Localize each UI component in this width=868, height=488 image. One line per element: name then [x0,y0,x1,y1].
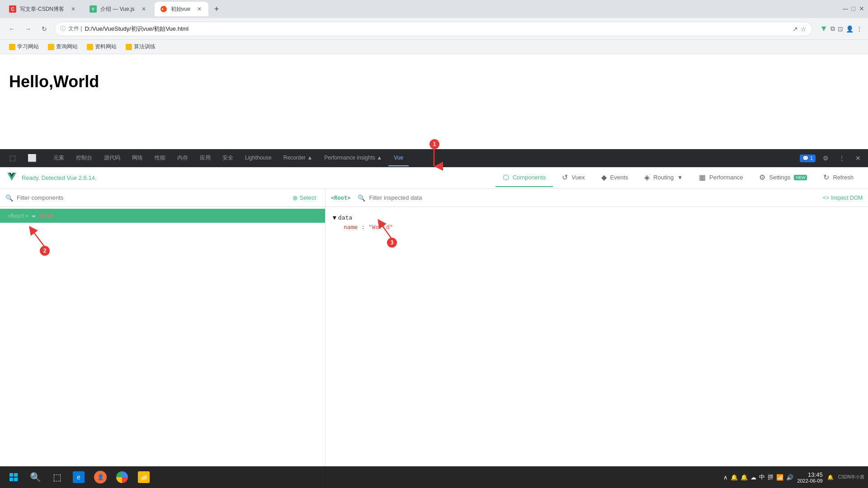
components-icon: ⬡ [503,173,509,182]
forward-button[interactable]: → [22,23,34,35]
profile-icon[interactable]: 👤 [846,25,854,33]
maximize-button[interactable]: □ [852,5,855,13]
address-prefix: 文件 | [68,25,82,33]
data-triangle[interactable]: ▼ [333,214,336,221]
bookmark-resources[interactable]: 资料网站 [83,42,120,52]
tab-favicon-vuejs: V [90,5,97,13]
vue-tab-settings[interactable]: ⚙ Settings NEW [752,169,814,187]
devtools-tab-sources[interactable]: 源代码 [99,150,126,166]
nav-bar-right: ▼ ⧉ ⊡ 👤 ⋮ [820,24,863,33]
filter-components-input[interactable] [17,194,285,201]
new-tab-button[interactable]: + [210,3,223,15]
devtools-tab-perf-insights[interactable]: Performance insights ▲ [319,150,387,166]
bookmark-algorithm[interactable]: 算法训练 [122,42,159,52]
file-explorer-taskbar[interactable]: 📁 [134,467,154,487]
devtools-tab-app[interactable]: 应用 [194,150,216,166]
vue-tab-events[interactable]: ◆ Events [594,169,636,187]
root-component-item[interactable]: <Root> = $vm0 [0,209,325,223]
filter-inspected-input[interactable] [369,194,819,201]
inspected-root-label: <Root> [331,195,350,201]
address-bar[interactable]: ⓘ 文件 | D:/Vue/VueStudy/初识vue/初始Vue.html … [54,22,812,36]
close-button[interactable]: ✕ [859,5,864,13]
bookmark-learning[interactable]: 学习网站 [5,42,42,52]
vue-tab-routing[interactable]: ◈ Routing ▼ [637,169,690,187]
inspect-dom-button[interactable]: <> Inspect DOM [823,195,863,201]
data-section-header: ▼ data [333,214,861,221]
chrome-taskbar[interactable] [112,467,132,487]
devtools-icon-device[interactable]: ⬜ [22,150,42,166]
tab-vue-active[interactable]: ● 初始vue ✕ [155,2,208,16]
devtools-tab-network[interactable]: 网络 [127,150,148,166]
vue-tab-components[interactable]: ⬡ Components [495,169,553,187]
routing-icon: ◈ [644,173,650,182]
devtools-settings-btn[interactable]: ⚙ [819,152,832,164]
vue-tab-performance[interactable]: ▦ Performance [692,169,750,187]
bookmark-icon-resources [87,44,93,50]
taskbar-wifi-icon: 📶 [776,474,783,481]
vue-tab-refresh[interactable]: ↻ Refresh [816,169,861,187]
vue-tab-label-refresh: Refresh [833,174,854,181]
vue-extension-icon[interactable]: ▼ [820,24,828,33]
tab-close-vuejs[interactable]: ✕ [140,5,147,13]
data-field-name: name : "World" [344,224,861,230]
inspect-dom-label: Inspect DOM [831,195,863,201]
bookmark-label-algorithm: 算法训练 [134,43,156,51]
bookmark-label-resources: 资料网站 [95,43,117,51]
vue-tab-label-routing: Routing [653,174,674,181]
taskbar-notification-badge[interactable]: 🔔 [826,474,835,481]
star-icon[interactable]: ☆ [801,25,807,33]
taskbar-lang-pin: 拼 [768,473,774,481]
bookmark-query[interactable]: 查询网站 [44,42,81,52]
devtools-tab-lighthouse[interactable]: Lighthouse [240,150,277,166]
bookmark-label-learning: 学习网站 [17,43,39,51]
devtools-tab-elements[interactable]: 元素 [48,150,70,166]
vuex-icon: ↺ [562,173,568,182]
nav-bar: ← → ↻ ⓘ 文件 | D:/Vue/VueStudy/初识vue/初始Vue… [0,18,868,40]
refresh-icon: ↻ [823,173,829,182]
share-icon[interactable]: ↗ [793,25,798,33]
taskbar-time[interactable]: 13:45 2022-06-09 [797,471,822,483]
title-bar: C 写文章-CSDN博客 ✕ V 介绍 — Vue.js ✕ ● 初始vue ✕… [0,0,868,18]
search-button[interactable]: 🔍 [25,467,45,487]
devtools-tab-console[interactable]: 控制台 [71,150,98,166]
edge-browser-taskbar[interactable]: e [69,467,89,487]
vue-tab-label-settings: Settings [769,174,790,181]
minimize-button[interactable]: ─ [843,5,848,13]
up-arrow-icon[interactable]: ∧ [723,474,728,481]
field-name: name [344,224,358,230]
extensions-icon[interactable]: ⧉ [830,25,835,33]
devtools-tab-memory[interactable]: 内存 [172,150,193,166]
svg-text:●: ● [161,7,163,10]
svg-rect-8 [14,478,18,481]
devtools-close-btn[interactable]: ✕ [852,152,864,164]
taskview-button[interactable]: ⬚ [47,467,67,487]
vue-toolbar: Ready. Detected Vue 2.6.14. ⬡ Components… [0,167,868,189]
address-icons: ↗ ☆ [793,25,807,33]
tab-csdn[interactable]: C 写文章-CSDN博客 ✕ [4,2,82,16]
tab-label-vuejs: 介绍 — Vue.js [100,5,135,13]
start-button[interactable] [4,467,24,487]
sidebar-toggle[interactable]: ⊡ [838,25,843,33]
select-button[interactable]: ⊕ Select [289,192,320,203]
tab-close-csdn[interactable]: ✕ [70,5,77,13]
svg-line-2 [32,230,45,248]
user-taskbar[interactable]: 👤 [90,467,110,487]
lock-icon: ⓘ [60,25,66,33]
devtools-tab-recorder[interactable]: Recorder ▲ [278,150,318,166]
tab-vuejs[interactable]: V 介绍 — Vue.js ✕ [84,2,153,16]
address-url: D:/Vue/VueStudy/初识vue/初始Vue.html [85,25,790,33]
devtools-tab-vue[interactable]: Vue [388,150,409,166]
taskbar-time-display: 13:45 [797,471,822,478]
devtools-more-btn[interactable]: ⋮ [835,152,848,164]
back-button[interactable]: ← [5,23,18,35]
settings-new-badge: NEW [794,175,807,180]
refresh-button[interactable]: ↻ [38,23,51,35]
devtools-tab-security[interactable]: 安全 [217,150,239,166]
user-avatar-taskbar: 👤 [94,471,107,483]
tab-close-vue[interactable]: ✕ [196,5,203,13]
vue-tab-vuex[interactable]: ↺ Vuex [555,169,592,187]
devtools-icon-inspect[interactable]: ⬚ [4,150,21,166]
taskbar-watermark: CSDN学小晨 [838,474,864,480]
menu-icon[interactable]: ⋮ [856,25,863,33]
devtools-tab-perf[interactable]: 性能 [149,150,171,166]
